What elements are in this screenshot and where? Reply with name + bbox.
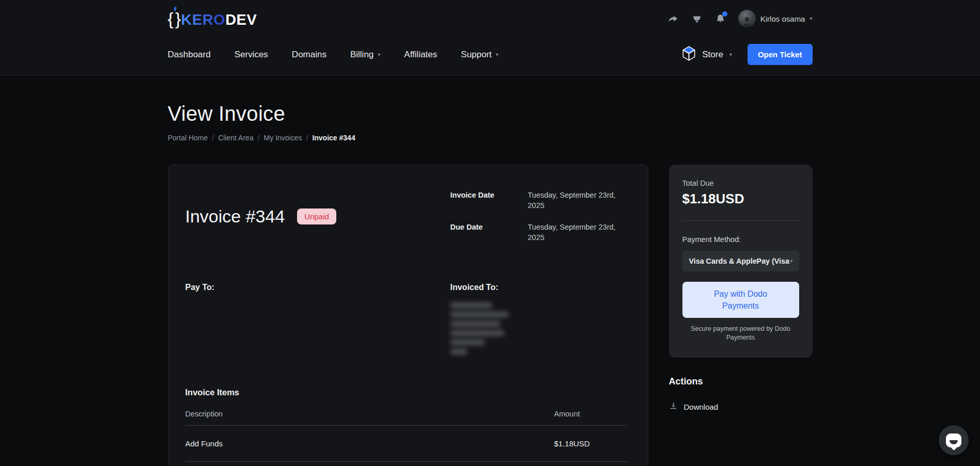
actions-title: Actions xyxy=(669,376,813,387)
pay-to-label: Pay To: xyxy=(185,283,450,292)
breadcrumb: Portal Home / Client Area / My Invoices … xyxy=(168,134,813,142)
main-nav: Dashboard Services Domains Billing▾ Affi… xyxy=(168,50,499,60)
invoice-items-table: Description Amount Add Funds $1.18USD Su… xyxy=(185,410,627,466)
invoice-date-label: Invoice Date xyxy=(450,190,528,211)
breadcrumb-client-area[interactable]: Client Area xyxy=(218,134,253,142)
item-description: Add Funds xyxy=(185,439,554,448)
payment-method-selected: Visa Cards & ApplePay (Visa, xyxy=(689,257,790,265)
due-date-label: Due Date xyxy=(450,222,528,243)
invoiced-to-block: Invoiced To: xyxy=(450,283,627,355)
notification-dot xyxy=(722,11,727,17)
invoice-card: Invoice #344 Unpaid Invoice Date Tuesday… xyxy=(168,165,648,466)
chevron-down-icon: ▾ xyxy=(790,259,792,264)
notifications-bell-icon[interactable] xyxy=(714,12,727,25)
share-icon[interactable] xyxy=(667,12,679,25)
invoice-date-value: Tuesday, September 23rd, 2025 xyxy=(528,190,627,211)
pay-button[interactable]: Pay with Dodo Payments xyxy=(682,282,799,318)
breadcrumb-separator: / xyxy=(306,134,308,142)
invoiced-to-label: Invoiced To: xyxy=(450,283,627,292)
invoice-dates: Invoice Date Tuesday, September 23rd, 20… xyxy=(450,190,627,243)
user-menu[interactable]: Kirlos osama ▾ xyxy=(738,10,813,27)
breadcrumb-current: Invoice #344 xyxy=(312,134,355,142)
due-date-value: Tuesday, September 23rd, 2025 xyxy=(528,222,627,243)
avatar xyxy=(738,10,756,27)
column-header-description: Description xyxy=(185,410,554,418)
sidebar: Total Due $1.18USD Payment Method: Visa … xyxy=(669,165,813,412)
chevron-down-icon: ▾ xyxy=(496,52,499,57)
chevron-down-icon: ▾ xyxy=(810,16,812,21)
page-content: View Invoice Portal Home / Client Area /… xyxy=(168,102,813,466)
nav-item-domains[interactable]: Domains xyxy=(292,50,326,60)
total-due-value: $1.18USD xyxy=(682,191,799,207)
nav-item-services[interactable]: Services xyxy=(235,50,268,60)
chevron-down-icon: ▾ xyxy=(729,52,732,57)
download-link[interactable]: Download xyxy=(669,401,813,412)
logo-text-primary: KERO xyxy=(181,12,225,27)
secure-payment-note: Secure payment powered by Dodo Payments xyxy=(682,325,799,342)
status-badge: Unpaid xyxy=(297,208,336,224)
invoice-title: Invoice #344 xyxy=(185,206,285,227)
nav-item-support[interactable]: Support▾ xyxy=(461,50,499,60)
breadcrumb-separator: / xyxy=(212,134,214,142)
breadcrumb-portal-home[interactable]: Portal Home xyxy=(168,134,208,142)
chevron-down-icon: ▾ xyxy=(378,52,380,57)
store-menu[interactable]: Store ▾ xyxy=(682,46,732,63)
breadcrumb-separator: / xyxy=(258,134,260,142)
download-label: Download xyxy=(684,403,719,411)
invoice-items-title: Invoice Items xyxy=(185,388,627,397)
nav-item-dashboard[interactable]: Dashboard xyxy=(168,50,211,60)
page-title: View Invoice xyxy=(168,102,813,125)
nav-item-billing[interactable]: Billing▾ xyxy=(350,50,380,60)
column-header-amount: Amount xyxy=(554,410,627,418)
invoice-items-section: Invoice Items Description Amount Add Fun… xyxy=(185,388,627,466)
chat-bubble-icon xyxy=(946,433,961,447)
subtotal-row: Sub Total $1.18USD xyxy=(185,462,627,466)
store-cube-icon xyxy=(682,46,696,63)
invoiced-to-redacted-address xyxy=(450,302,627,355)
pay-to-block: Pay To: xyxy=(185,283,450,355)
payment-panel: Total Due $1.18USD Payment Method: Visa … xyxy=(669,165,813,358)
user-name: Kirlos osama xyxy=(760,14,805,23)
nav-item-affiliates[interactable]: Affiliates xyxy=(404,50,437,60)
table-row: Add Funds $1.18USD xyxy=(185,426,627,462)
item-amount: $1.18USD xyxy=(554,439,627,448)
total-due-label: Total Due xyxy=(682,179,799,187)
breadcrumb-my-invoices[interactable]: My Invoices xyxy=(264,134,302,142)
chat-widget-button[interactable] xyxy=(939,425,969,455)
store-label: Store xyxy=(702,50,723,60)
logo-text-secondary: DEV xyxy=(225,12,257,27)
brand-logo[interactable]: {'}KERODEV xyxy=(168,10,257,27)
site-header: {'}KERODEV Kirlos osama xyxy=(0,0,980,75)
download-icon xyxy=(669,401,678,412)
payment-method-label: Payment Method: xyxy=(682,235,799,244)
table-header-row: Description Amount xyxy=(185,410,627,426)
open-ticket-button[interactable]: Open Ticket xyxy=(748,44,813,65)
divider xyxy=(682,220,799,221)
payment-method-select[interactable]: Visa Cards & ApplePay (Visa, ▾ xyxy=(682,251,799,271)
cart-icon[interactable] xyxy=(691,12,703,25)
